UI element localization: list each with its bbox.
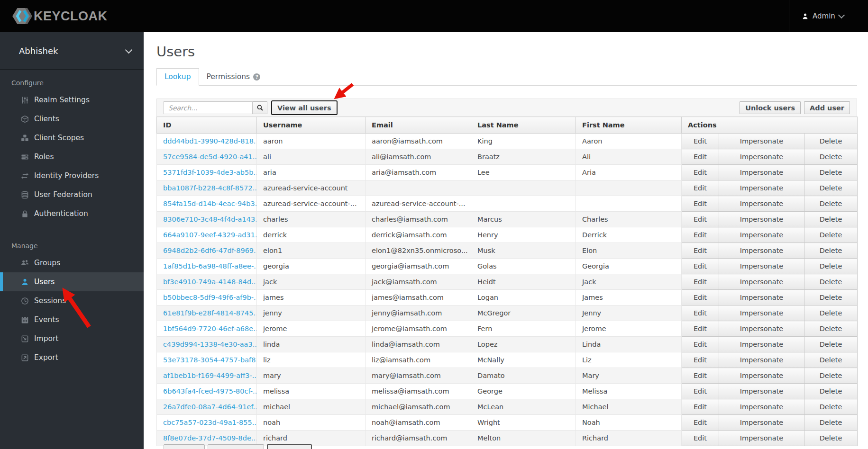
- user-id-link[interactable]: ddd44bd1-3990-428d-818...: [163, 137, 257, 145]
- sidebar-item-clients[interactable]: Clients: [0, 109, 144, 128]
- delete-action-button[interactable]: Delete: [804, 227, 858, 243]
- impersonate-action-button[interactable]: Impersonate: [719, 321, 804, 337]
- realm-selector[interactable]: Abhishek: [0, 32, 144, 70]
- edit-action-button[interactable]: Edit: [682, 165, 719, 180]
- delete-action-button[interactable]: Delete: [804, 337, 858, 352]
- impersonate-action-button[interactable]: Impersonate: [719, 165, 804, 180]
- impersonate-action-button[interactable]: Impersonate: [719, 196, 804, 212]
- pagination-button[interactable]: [267, 444, 312, 449]
- delete-action-button[interactable]: Delete: [804, 149, 858, 165]
- impersonate-action-button[interactable]: Impersonate: [719, 212, 804, 227]
- user-id-link[interactable]: bba1087f-b228-4c8f-8572...: [163, 184, 257, 192]
- user-id-link[interactable]: 854fa15d-d14b-4eac-94b3...: [163, 200, 257, 207]
- impersonate-action-button[interactable]: Impersonate: [719, 415, 804, 431]
- view-all-users-button[interactable]: View all users: [271, 100, 338, 115]
- user-id-link[interactable]: 61e81f9b-e28f-4814-8745...: [163, 309, 257, 317]
- user-id-link[interactable]: 57ce9584-de5d-4920-a41...: [163, 153, 257, 161]
- delete-action-button[interactable]: Delete: [804, 368, 858, 384]
- edit-action-button[interactable]: Edit: [682, 259, 719, 274]
- user-id-link[interactable]: 1af85d1b-6a98-48ff-a8ee-...: [163, 262, 257, 270]
- delete-action-button[interactable]: Delete: [804, 196, 858, 212]
- delete-action-button[interactable]: Delete: [804, 384, 858, 399]
- delete-action-button[interactable]: Delete: [804, 321, 858, 337]
- user-id-link[interactable]: 8f8e07de-37d7-4509-8de...: [163, 434, 257, 442]
- tab-lookup[interactable]: Lookup: [156, 68, 199, 86]
- search-button[interactable]: [253, 101, 267, 114]
- unlock-users-button[interactable]: Unlock users: [740, 101, 801, 114]
- tab-permissions[interactable]: Permissions ?: [199, 69, 268, 85]
- delete-action-button[interactable]: Delete: [804, 259, 858, 274]
- user-id-link[interactable]: 53e73178-3054-4757-baf8...: [163, 356, 257, 364]
- impersonate-action-button[interactable]: Impersonate: [719, 399, 804, 415]
- delete-action-button[interactable]: Delete: [804, 431, 858, 446]
- delete-action-button[interactable]: Delete: [804, 165, 858, 180]
- add-user-button[interactable]: Add user: [804, 101, 850, 114]
- impersonate-action-button[interactable]: Impersonate: [719, 259, 804, 274]
- edit-action-button[interactable]: Edit: [682, 149, 719, 165]
- sidebar-item-identity-providers[interactable]: Identity Providers: [0, 166, 144, 185]
- user-id-link[interactable]: b50bbec8-5df9-49f6-af9b-...: [163, 294, 257, 301]
- delete-action-button[interactable]: Delete: [804, 243, 858, 259]
- edit-action-button[interactable]: Edit: [682, 274, 719, 290]
- edit-action-button[interactable]: Edit: [682, 384, 719, 399]
- impersonate-action-button[interactable]: Impersonate: [719, 384, 804, 399]
- user-id-link[interactable]: 6b643fa4-fced-4975-80cf-...: [163, 387, 257, 395]
- delete-action-button[interactable]: Delete: [804, 212, 858, 227]
- user-id-link[interactable]: c439d994-1338-4e30-aa3...: [163, 341, 257, 348]
- sidebar-item-sessions[interactable]: Sessions: [0, 291, 144, 310]
- delete-action-button[interactable]: Delete: [804, 274, 858, 290]
- edit-action-button[interactable]: Edit: [682, 227, 719, 243]
- edit-action-button[interactable]: Edit: [682, 134, 719, 149]
- edit-action-button[interactable]: Edit: [682, 368, 719, 384]
- edit-action-button[interactable]: Edit: [682, 321, 719, 337]
- impersonate-action-button[interactable]: Impersonate: [719, 290, 804, 305]
- delete-action-button[interactable]: Delete: [804, 180, 858, 196]
- edit-action-button[interactable]: Edit: [682, 352, 719, 368]
- user-id-link[interactable]: 1bf564d9-7720-46ef-a68e...: [163, 325, 257, 332]
- sidebar-item-export[interactable]: Export: [0, 348, 144, 367]
- edit-action-button[interactable]: Edit: [682, 196, 719, 212]
- sidebar-item-import[interactable]: Import: [0, 329, 144, 348]
- delete-action-button[interactable]: Delete: [804, 352, 858, 368]
- sidebar-item-roles[interactable]: Roles: [0, 147, 144, 166]
- edit-action-button[interactable]: Edit: [682, 431, 719, 446]
- user-id-link[interactable]: bf3e4910-749a-4148-84d...: [163, 278, 257, 286]
- edit-action-button[interactable]: Edit: [682, 415, 719, 431]
- user-id-link[interactable]: 26a7dfe0-08a7-4d64-91ef...: [163, 403, 257, 411]
- delete-action-button[interactable]: Delete: [804, 290, 858, 305]
- edit-action-button[interactable]: Edit: [682, 305, 719, 321]
- edit-action-button[interactable]: Edit: [682, 399, 719, 415]
- delete-action-button[interactable]: Delete: [804, 134, 858, 149]
- sidebar-item-events[interactable]: Events: [0, 310, 144, 329]
- impersonate-action-button[interactable]: Impersonate: [719, 305, 804, 321]
- impersonate-action-button[interactable]: Impersonate: [719, 227, 804, 243]
- impersonate-action-button[interactable]: Impersonate: [719, 274, 804, 290]
- user-id-link[interactable]: cbc75a57-023d-49a1-855...: [163, 419, 257, 426]
- impersonate-action-button[interactable]: Impersonate: [719, 368, 804, 384]
- impersonate-action-button[interactable]: Impersonate: [719, 149, 804, 165]
- delete-action-button[interactable]: Delete: [804, 415, 858, 431]
- user-id-link[interactable]: af1beb1b-f169-4499-aff3-...: [163, 372, 257, 379]
- sidebar-item-realm-settings[interactable]: Realm Settings: [0, 90, 144, 109]
- sidebar-item-client-scopes[interactable]: Client Scopes: [0, 128, 144, 147]
- impersonate-action-button[interactable]: Impersonate: [719, 243, 804, 259]
- impersonate-action-button[interactable]: Impersonate: [719, 180, 804, 196]
- user-id-link[interactable]: 5371fd3f-1039-4de3-ab5b...: [163, 169, 257, 176]
- impersonate-action-button[interactable]: Impersonate: [719, 352, 804, 368]
- user-id-link[interactable]: 664a9107-9eef-4329-ad31...: [163, 231, 257, 239]
- delete-action-button[interactable]: Delete: [804, 305, 858, 321]
- sidebar-item-users[interactable]: Users: [0, 272, 144, 291]
- edit-action-button[interactable]: Edit: [682, 290, 719, 305]
- admin-user-menu[interactable]: Admin: [789, 0, 868, 32]
- user-id-link[interactable]: 6948d2b2-6df6-47df-8969...: [163, 247, 257, 254]
- user-id-link[interactable]: 8306e710-3c48-4f4d-a143...: [163, 216, 257, 223]
- impersonate-action-button[interactable]: Impersonate: [719, 134, 804, 149]
- impersonate-action-button[interactable]: Impersonate: [719, 431, 804, 446]
- pagination-button[interactable]: [208, 444, 264, 449]
- impersonate-action-button[interactable]: Impersonate: [719, 337, 804, 352]
- search-input[interactable]: [164, 101, 253, 114]
- edit-action-button[interactable]: Edit: [682, 212, 719, 227]
- sidebar-item-groups[interactable]: Groups: [0, 253, 144, 272]
- edit-action-button[interactable]: Edit: [682, 337, 719, 352]
- edit-action-button[interactable]: Edit: [682, 180, 719, 196]
